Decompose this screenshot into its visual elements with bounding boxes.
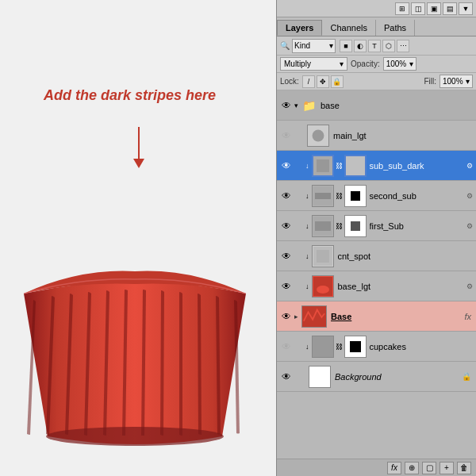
expand-Base[interactable]: ▸: [294, 313, 298, 321]
add-adjustment-button[interactable]: ⊕: [405, 462, 419, 474]
layer-row-second-sub[interactable]: 👁 ↓ ⛓ second_sub ⚙: [277, 181, 476, 211]
layers-list: 👁 ▾ 📁 base 👁 main_lgt 👁 ↓: [277, 90, 476, 459]
svg-point-2: [313, 129, 324, 141]
folder-icon-base: 📁: [302, 99, 316, 112]
svg-point-17: [317, 286, 329, 294]
layer-row-cupcakes[interactable]: 👁 ↓ ⛓ cupcakes: [277, 332, 476, 362]
blend-dropdown-arrow: ▾: [340, 60, 344, 68]
layer-name-main-lgt: main_lgt: [333, 131, 474, 140]
fx-button[interactable]: fx: [387, 462, 401, 474]
tab-paths[interactable]: Paths: [376, 20, 415, 36]
svg-rect-13: [351, 221, 360, 231]
lock-label: Lock:: [280, 77, 299, 86]
link-first-sub: ↓: [305, 222, 309, 230]
link-cupcakes: ↓: [305, 343, 309, 351]
settings-base-lgt[interactable]: ⚙: [466, 282, 473, 290]
settings-second-sub[interactable]: ⚙: [466, 192, 473, 200]
panel-icon-3[interactable]: ▣: [427, 2, 441, 15]
opacity-input[interactable]: 100% ▾: [383, 57, 416, 71]
svg-rect-7: [315, 193, 331, 199]
panel-icon-5[interactable]: ▼: [459, 2, 473, 15]
thumb-second-sub: [312, 185, 334, 207]
visibility-Base[interactable]: 👁: [278, 301, 294, 332]
visibility-base-lgt[interactable]: 👁: [278, 271, 294, 301]
mask-second-sub: [344, 185, 367, 207]
filter-icon-shape[interactable]: ⬡: [382, 40, 395, 52]
link-sub-sub-dark: ↓: [305, 162, 309, 170]
new-layer-button[interactable]: +: [440, 462, 454, 474]
cupcake-illustration: [8, 182, 262, 452]
layers-panel: ⊞ ◫ ▣ ▤ ▼ Layers Channels Paths 🔍 Kind ▾…: [276, 0, 476, 476]
link-cnt-spot: ↓: [305, 252, 309, 260]
filter-icons: ■ ◐ T ⬡ ⋯: [340, 40, 409, 52]
layer-row-first-sub[interactable]: 👁 ↓ ⛓ first_Sub ⚙: [277, 211, 476, 241]
layer-row-base-lgt[interactable]: 👁 ↓ base_lgt ⚙: [277, 271, 476, 301]
panel-top-icons: ⊞ ◫ ▣ ▤ ▼: [277, 0, 476, 17]
fill-value-text: 100%: [443, 77, 463, 86]
dropdown-arrow: ▾: [329, 41, 333, 50]
filter-icon-text[interactable]: T: [368, 40, 381, 52]
filter-icon-pixel[interactable]: ■: [340, 40, 352, 52]
lock-move-btn[interactable]: ✥: [317, 75, 329, 88]
settings-sub-sub-dark[interactable]: ⚙: [466, 162, 473, 170]
visibility-cnt-spot[interactable]: 👁: [278, 241, 294, 271]
layer-row-main-lgt[interactable]: 👁 main_lgt: [277, 121, 476, 151]
tabs-row: Layers Channels Paths: [277, 17, 476, 36]
blend-mode-value: Multiply: [284, 60, 311, 68]
layer-row-cnt-spot[interactable]: 👁 ↓ cnt_spot: [277, 241, 476, 271]
visibility-sub-sub-dark[interactable]: 👁: [278, 151, 294, 181]
panel-icon-1[interactable]: ⊞: [395, 2, 409, 15]
panel-icon-4[interactable]: ▤: [443, 2, 457, 15]
visibility-first-sub[interactable]: 👁: [278, 211, 294, 241]
delete-layer-button[interactable]: 🗑: [457, 462, 471, 474]
expand-base-group[interactable]: ▾: [294, 102, 298, 109]
visibility-background[interactable]: 👁: [278, 362, 294, 392]
layer-name-Base: Base: [331, 312, 464, 321]
thumb-cnt-spot: [312, 245, 334, 267]
svg-rect-15: [317, 250, 329, 263]
svg-point-0: [46, 427, 224, 446]
chain-first-sub: ⛓: [336, 215, 344, 237]
panel-icon-2[interactable]: ◫: [411, 2, 425, 15]
fx-Base: fx: [464, 312, 471, 321]
lock-all-btn[interactable]: 🔒: [331, 75, 344, 88]
filter-row: 🔍 Kind ▾ ■ ◐ T ⬡ ⋯: [277, 36, 476, 56]
layer-row-background[interactable]: 👁 Background 🔒: [277, 362, 476, 392]
blend-mode-dropdown[interactable]: Multiply ▾: [280, 57, 347, 71]
new-group-button[interactable]: ▢: [422, 462, 436, 474]
layer-row-Base[interactable]: 👁 ▸ Base fx: [277, 301, 476, 332]
lock-icons: / ✥ 🔒: [302, 75, 344, 88]
layer-row-sub-sub-dark[interactable]: 👁 ↓ ⛓ sub_sub_dark ⚙: [277, 151, 476, 181]
layer-name-base-group: base: [321, 101, 474, 110]
visibility-base-group[interactable]: 👁: [278, 90, 294, 121]
visibility-second-sub[interactable]: 👁: [278, 181, 294, 211]
svg-rect-9: [351, 191, 360, 201]
annotation-arrow: [133, 127, 144, 168]
layer-name-first-sub: first_Sub: [370, 221, 467, 231]
blend-mode-row: Multiply ▾ Opacity: 100% ▾: [277, 56, 476, 73]
filter-icon-adjust[interactable]: ◐: [354, 40, 367, 52]
annotation-text: Add the dark stripes here: [44, 87, 216, 104]
opacity-arrow: ▾: [409, 60, 413, 68]
thumb-background: [309, 366, 331, 388]
filter-icon-smart[interactable]: ⋯: [397, 40, 409, 52]
visibility-cupcakes[interactable]: 👁: [278, 332, 294, 362]
visibility-main-lgt[interactable]: 👁: [278, 121, 294, 151]
tab-layers[interactable]: Layers: [277, 20, 322, 36]
fill-arrow: ▾: [466, 77, 470, 86]
opacity-label: Opacity:: [351, 60, 380, 68]
kind-label: Kind: [294, 41, 310, 50]
mask-cupcakes: [344, 336, 367, 358]
thumb-first-sub: [312, 215, 334, 237]
layer-row-base-group[interactable]: 👁 ▾ 📁 base: [277, 90, 476, 121]
fill-input[interactable]: 100% ▾: [440, 75, 473, 88]
chain-cupcakes: ⛓: [336, 336, 344, 358]
lock-pixels-btn[interactable]: /: [302, 75, 315, 88]
tab-channels[interactable]: Channels: [322, 20, 375, 36]
canvas-area: Add the dark stripes here: [0, 0, 276, 476]
kind-dropdown[interactable]: Kind ▾: [292, 39, 336, 53]
thumb-sub-sub-dark: [312, 155, 334, 177]
layer-name-cnt-spot: cnt_spot: [338, 251, 475, 261]
settings-first-sub[interactable]: ⚙: [466, 222, 473, 230]
layer-name-cupcakes: cupcakes: [370, 342, 475, 351]
